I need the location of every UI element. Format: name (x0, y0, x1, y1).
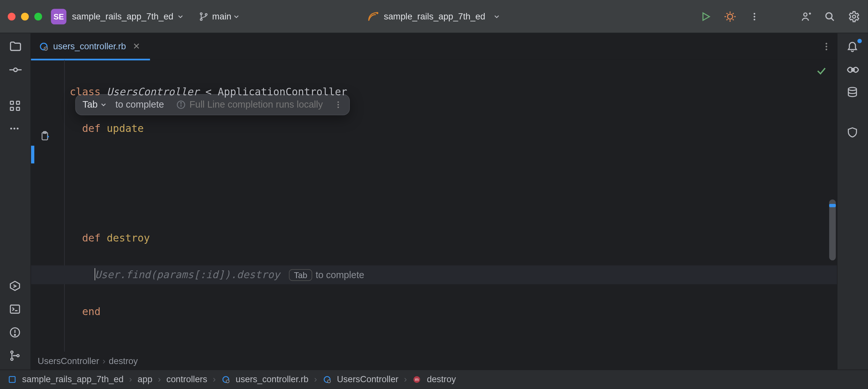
change-marker[interactable] (31, 145, 34, 163)
ruby-file-icon (221, 375, 230, 384)
git-branch-icon (199, 11, 209, 21)
svg-rect-19 (10, 107, 13, 110)
breadcrumb-module[interactable]: sample_rails_app_7th_ed (22, 374, 123, 385)
database-toolwindow-button[interactable] (846, 87, 859, 100)
scroll-marker (829, 204, 836, 207)
svg-rect-18 (10, 101, 13, 104)
minimize-window-button[interactable] (21, 12, 29, 20)
services-toolwindow-button[interactable] (8, 280, 22, 293)
ai-assistant-button[interactable] (846, 63, 859, 77)
svg-point-2 (205, 13, 207, 15)
problems-toolwindow-button[interactable] (8, 327, 22, 340)
terminal-toolwindow-button[interactable] (8, 303, 22, 316)
navigation-bar[interactable]: sample_rails_app_7th_ed › app › controll… (0, 369, 868, 389)
chevron-right-icon: › (129, 374, 132, 385)
tab-options-button[interactable] (822, 41, 831, 51)
svg-point-37 (826, 43, 827, 44)
ruby-file-icon (39, 41, 49, 51)
project-name[interactable]: sample_rails_app_7th_ed (72, 11, 173, 21)
right-toolbar (837, 33, 868, 369)
svg-text:m: m (415, 377, 418, 382)
class-icon (322, 375, 331, 384)
context-class: UsersController (37, 356, 99, 366)
vertical-scrollbar[interactable] (829, 199, 836, 260)
svg-point-39 (826, 48, 827, 50)
editor-tab[interactable]: users_controller.rb ✕ (31, 33, 150, 60)
settings-button[interactable] (848, 10, 860, 23)
svg-point-14 (852, 15, 856, 18)
commit-toolwindow-button[interactable] (8, 63, 22, 77)
paste-gutter-icon[interactable] (37, 128, 53, 144)
svg-rect-26 (10, 305, 19, 313)
code-with-me-button[interactable] (799, 10, 812, 23)
run-config-name: sample_rails_app_7th_ed (384, 11, 485, 21)
svg-point-51 (848, 87, 856, 90)
breadcrumb-folder[interactable]: controllers (166, 374, 207, 385)
method-icon: m (412, 375, 421, 384)
more-actions-button[interactable] (748, 10, 761, 23)
svg-point-12 (826, 12, 832, 19)
maximize-window-button[interactable] (34, 12, 42, 20)
editor: users_controller.rb ✕ (31, 33, 837, 369)
svg-point-32 (10, 358, 12, 360)
code-area[interactable]: Tab to complete Full Line completion run… (31, 60, 837, 352)
vcs-branch[interactable]: main (199, 11, 240, 21)
editor-tabs: users_controller.rb ✕ (31, 33, 837, 60)
svg-point-7 (754, 16, 755, 17)
more-toolwindows-button[interactable] (8, 123, 22, 136)
svg-point-1 (200, 19, 203, 21)
svg-point-31 (10, 351, 12, 353)
notifications-button[interactable] (846, 40, 859, 53)
close-window-button[interactable] (8, 12, 16, 20)
context-method: destroy (109, 356, 138, 366)
svg-point-0 (200, 12, 203, 15)
svg-point-56 (328, 380, 330, 383)
tab-filename: users_controller.rb (53, 41, 126, 51)
breadcrumb-folder[interactable]: app (138, 374, 153, 385)
breadcrumb-method[interactable]: destroy (427, 374, 456, 385)
chevron-right-icon: › (158, 374, 161, 385)
chevron-right-icon: › (404, 374, 407, 385)
branch-name: main (212, 11, 231, 21)
problems-indicator[interactable] (816, 65, 827, 77)
project-badge: SE (51, 8, 66, 24)
svg-point-22 (10, 128, 12, 130)
project-toolwindow-button[interactable] (8, 40, 22, 53)
code-content[interactable]: class UsersController < ApplicationContr… (70, 64, 814, 352)
breadcrumb-class[interactable]: UsersController (337, 374, 398, 385)
svg-point-38 (826, 46, 827, 47)
chevron-down-icon[interactable] (493, 12, 501, 20)
chevron-down-icon[interactable] (177, 12, 185, 20)
rails-icon (367, 10, 380, 23)
svg-point-3 (377, 12, 378, 13)
context-separator: › (102, 356, 105, 366)
svg-point-9 (804, 12, 807, 16)
vcs-toolwindow-button[interactable] (8, 350, 22, 363)
structure-toolwindow-button[interactable] (8, 100, 22, 113)
close-tab-button[interactable]: ✕ (130, 41, 142, 51)
shield-toolwindow-button[interactable] (846, 127, 859, 140)
chevron-right-icon: › (213, 374, 216, 385)
inline-hint-label: to complete (315, 270, 364, 280)
chevron-right-icon: › (314, 374, 317, 385)
svg-point-8 (754, 19, 755, 20)
editor-context-bar[interactable]: UsersController › destroy (31, 352, 837, 369)
traffic-lights (8, 12, 42, 20)
module-icon (8, 375, 17, 384)
svg-rect-52 (9, 377, 15, 383)
svg-point-5 (727, 14, 733, 19)
svg-point-54 (226, 380, 229, 383)
run-config-selector[interactable]: sample_rails_app_7th_ed (367, 10, 501, 23)
svg-point-24 (17, 128, 19, 130)
svg-rect-21 (16, 107, 19, 110)
svg-marker-4 (703, 12, 709, 20)
left-toolbar (0, 33, 31, 369)
chevron-down-icon[interactable] (232, 12, 240, 20)
svg-point-15 (13, 68, 17, 72)
debug-button[interactable] (724, 10, 736, 23)
breadcrumb-file[interactable]: users_controller.rb (236, 374, 309, 385)
svg-point-23 (13, 128, 15, 130)
svg-line-13 (831, 18, 834, 21)
run-button[interactable] (700, 10, 712, 23)
search-button[interactable] (824, 10, 836, 23)
